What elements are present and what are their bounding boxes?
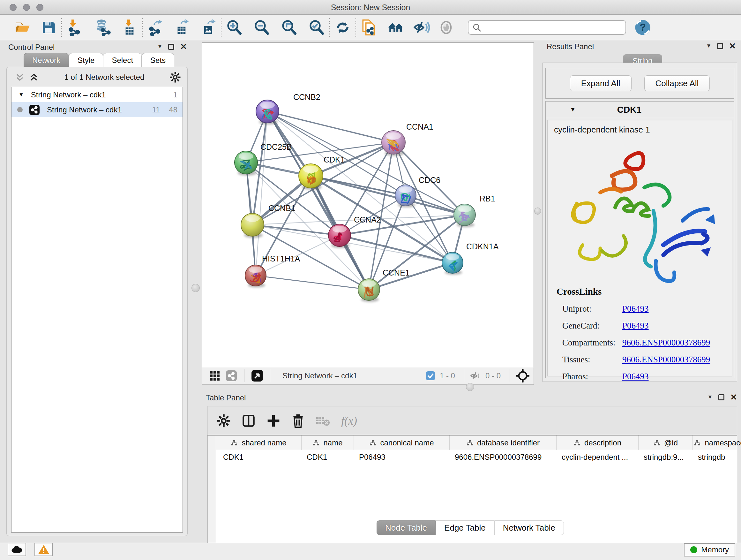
import-table-button[interactable]	[119, 17, 140, 38]
float-panel-icon[interactable]	[717, 43, 723, 49]
tab-edge-table[interactable]: Edge Table	[435, 520, 494, 535]
right-divider-grip[interactable]	[534, 207, 541, 214]
column-header-namespace[interactable]: namespace	[693, 435, 741, 450]
show-columns-icon[interactable]	[242, 414, 256, 428]
search-input[interactable]	[468, 20, 626, 35]
export-image-icon	[199, 19, 217, 36]
zoom-out-button[interactable]	[252, 17, 272, 38]
float-panel-icon[interactable]	[718, 394, 724, 400]
uniprot-link[interactable]: P06493	[622, 304, 649, 314]
fit-selected-button[interactable]	[515, 369, 531, 383]
network-canvas[interactable]: CCNB2CCNA1CDC25BCDK1CDC6RB1CCNB1CCNA2CDK…	[202, 43, 534, 367]
column-header-name[interactable]: name	[301, 435, 354, 450]
network-row[interactable]: String Network – cdk1 11 48	[11, 102, 183, 117]
zoom-in-button[interactable]	[224, 17, 245, 38]
close-panel-icon[interactable]: ✕	[180, 44, 187, 50]
tab-node-table[interactable]: Node Table	[377, 520, 435, 535]
import-database-button[interactable]	[92, 17, 112, 38]
network-selection-status: 1 of 1 Network selected	[39, 73, 170, 82]
collapse-panel-icon[interactable]: ▼	[707, 394, 713, 400]
memory-button[interactable]: Memory	[684, 543, 735, 557]
table-row[interactable]: CDK1 CDK1 P06493 9606.ENSP00000378699 cy…	[216, 450, 737, 464]
birds-eye-view-button[interactable]	[249, 369, 266, 383]
network-edge[interactable]	[256, 275, 369, 290]
cell-id[interactable]: stringdb:9...	[638, 450, 693, 464]
hide-panels-button[interactable]	[411, 17, 431, 38]
cloud-status-button[interactable]	[8, 543, 26, 556]
tab-network-table[interactable]: Network Table	[494, 520, 564, 535]
pharos-link[interactable]: P06493	[622, 372, 649, 381]
collapse-panel-icon[interactable]: ▼	[706, 43, 711, 49]
zoom-in-icon	[226, 19, 243, 36]
string-import-button[interactable]	[359, 17, 379, 38]
network-edge[interactable]	[311, 176, 465, 215]
import-network-button[interactable]	[64, 17, 85, 38]
column-header-id[interactable]: @id	[638, 435, 693, 450]
network-collection-row[interactable]: ▼ String Network – cdk1 1	[11, 87, 183, 102]
svg-text:?: ?	[639, 21, 646, 33]
cell-database-identifier[interactable]: 9606.ENSP00000378699	[450, 450, 556, 464]
add-column-icon[interactable]	[266, 414, 280, 428]
hidden-eye-slash-icon[interactable]	[469, 371, 481, 381]
cell-shared-name[interactable]: CDK1	[216, 450, 301, 464]
tissues-link[interactable]: 9606.ENSP00000378699	[622, 355, 710, 365]
delete-column-icon[interactable]	[291, 414, 305, 428]
tab-sets[interactable]: Sets	[142, 53, 174, 67]
network-view-share-button[interactable]	[223, 369, 240, 383]
home-button[interactable]	[386, 17, 406, 38]
warnings-button[interactable]	[35, 543, 53, 556]
crosslink-row: Uniprot: P06493	[556, 304, 727, 314]
close-panel-icon[interactable]: ✕	[729, 43, 736, 49]
open-session-button[interactable]	[12, 17, 32, 38]
column-header-shared-name[interactable]: shared name	[216, 435, 301, 450]
crosslink-row: GeneCard: P06493	[556, 321, 727, 331]
zoom-fit-button[interactable]	[279, 17, 299, 38]
gene-section-header[interactable]: ▼ CDK1	[546, 102, 734, 118]
genecard-link[interactable]: P06493	[622, 321, 649, 331]
horizontal-divider-grip[interactable]	[466, 383, 474, 391]
section-collapse-caret-icon[interactable]: ▼	[570, 106, 576, 113]
cytoscape-window: Session: New Session	[0, 0, 741, 560]
zoom-selected-button[interactable]	[307, 17, 327, 38]
tab-network[interactable]: Network	[23, 53, 69, 67]
tab-select[interactable]: Select	[103, 53, 142, 67]
cell-description[interactable]: cyclin-dependent ...	[556, 450, 638, 464]
table-options-gear-icon[interactable]	[217, 414, 231, 428]
export-network-button[interactable]	[145, 17, 166, 38]
collapse-panel-icon[interactable]: ▼	[157, 44, 162, 50]
collapse-all-networks-icon[interactable]	[28, 72, 39, 83]
edge-count: 48	[169, 105, 178, 114]
collapse-all-button[interactable]: Collapse All	[644, 75, 710, 91]
network-edge[interactable]	[253, 225, 340, 235]
close-panel-icon[interactable]: ✕	[730, 394, 737, 400]
left-divider-grip[interactable]	[192, 284, 200, 292]
window-title: Session: New Session	[0, 3, 741, 12]
network-options-gear-icon[interactable]	[170, 71, 181, 83]
float-panel-icon[interactable]	[168, 44, 174, 50]
function-builder-icon[interactable]: f(x)	[341, 414, 357, 428]
node-label-CCNB2: CCNB2	[293, 92, 320, 102]
cell-name[interactable]: CDK1	[301, 450, 354, 464]
export-table-button[interactable]	[172, 17, 192, 38]
save-session-button[interactable]	[38, 17, 59, 38]
toolbar-separator	[464, 369, 464, 382]
expand-all-button[interactable]: Expand All	[570, 75, 631, 91]
gene-section: ▼ CDK1 cyclin-dependent kinase 1	[545, 101, 734, 378]
compartments-link[interactable]: 9606.ENSP00000378699	[622, 338, 710, 348]
clear-table-icon[interactable]	[316, 415, 330, 427]
tree-expand-caret-icon[interactable]: ▼	[18, 91, 24, 98]
column-header-database-identifier[interactable]: database identifier	[450, 435, 556, 450]
show-panel-button[interactable]	[436, 17, 456, 38]
expand-all-networks-icon[interactable]	[14, 72, 25, 83]
network-edge[interactable]	[369, 263, 453, 290]
cell-canonical-name[interactable]: P06493	[354, 450, 450, 464]
column-header-description[interactable]: description	[556, 435, 638, 450]
column-header-canonical-name[interactable]: canonical name	[354, 435, 450, 450]
export-image-button[interactable]	[198, 17, 218, 38]
selected-checkbox-icon[interactable]	[426, 371, 435, 381]
cell-namespace[interactable]: stringdb	[693, 450, 741, 464]
tab-style[interactable]: Style	[69, 53, 103, 67]
refresh-button[interactable]	[333, 17, 353, 38]
help-button[interactable]: ?	[632, 17, 653, 38]
grid-view-button[interactable]	[206, 369, 223, 383]
